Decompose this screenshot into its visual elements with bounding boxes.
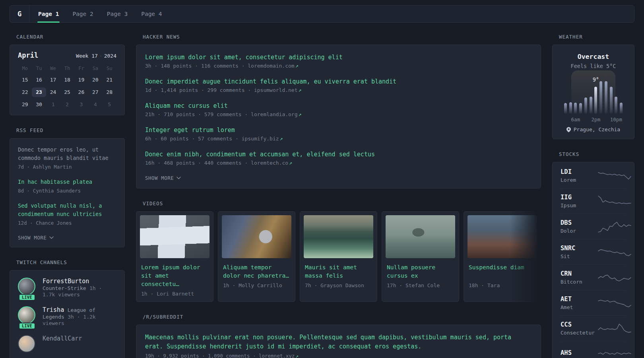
twitch-channel-row[interactable]: LIVE Trisha League of Legends 3h · 1.2k … xyxy=(18,306,116,326)
weather-card: Overcast Feels like 5°C xyxy=(552,45,634,139)
stock-id: AHS xyxy=(561,349,597,358)
twitch-widget: TWITCH CHANNELS LIVE ForrestBurton Count… xyxy=(10,259,125,358)
calendar-day: 18 xyxy=(60,75,74,85)
rss-item[interactable]: Sed volutpat nulla nisl, a condimentum n… xyxy=(18,202,116,226)
subreddit-item[interactable]: Maecenas mollis pulvinar erat non posuer… xyxy=(145,333,532,358)
weather-hour-slot xyxy=(568,81,573,114)
hackernews-item-domain[interactable]: loremdomain.com xyxy=(248,63,294,69)
hackernews-item[interactable]: Donec enim nibh, condimentum et accumsan… xyxy=(145,150,532,166)
hackernews-item-meta: 6h · 60 points · 57 comments · ipsumify.… xyxy=(145,136,532,142)
subreddit-item-domain[interactable]: loremnet.xyz xyxy=(259,353,295,358)
stock-symbol: AHS xyxy=(561,349,597,356)
video-card[interactable]: Lorem ipsum dolor sit amet consectetu… 1… xyxy=(136,211,213,302)
hackernews-item-domain[interactable]: loremlandia.org xyxy=(251,111,297,117)
hackernews-item-domain[interactable]: loremtech.co xyxy=(251,160,288,166)
stock-row[interactable]: CRN Bitcorn -1.00% $66,171.48 xyxy=(561,265,626,290)
weather-feels-like: Feels like 5°C xyxy=(561,63,626,69)
hackernews-item-domain[interactable]: ipsumworld.net xyxy=(254,87,298,93)
videos-carousel[interactable]: Lorem ipsum dolor sit amet consectetu… 1… xyxy=(136,211,541,302)
stock-values: +1.36% $148.64 xyxy=(632,245,644,259)
calendar-day: 29 xyxy=(18,100,32,109)
stock-values: +0.51% $165.84 xyxy=(632,321,644,336)
subreddit-widget: /R/SUBREDDIT Maecenas mollis pulvinar er… xyxy=(136,314,541,358)
stock-id: AET Amet xyxy=(561,296,597,310)
weather-hour-slot: 6am xyxy=(573,81,578,114)
calendar-day: 23 xyxy=(32,88,46,97)
twitch-channel-row[interactable]: LIVE ForrestBurton Counter-Strike 1h · 1… xyxy=(18,278,116,298)
stock-row[interactable]: SNRC Sit +1.36% $148.64 xyxy=(561,239,626,265)
hackernews-item[interactable]: Aliquam nec cursus elit 21h · 710 points… xyxy=(145,101,532,117)
weather-bar xyxy=(569,102,572,114)
rss-item[interactable]: Donec tempor eros leo, ut commodo mauris… xyxy=(18,146,116,170)
hackernews-item-domain[interactable]: ipsumify.biz xyxy=(242,136,279,142)
hackernews-item[interactable]: Donec imperdiet augue tincidunt felis al… xyxy=(145,77,532,93)
stock-row[interactable]: DBS Dolor +1.42% $156.28 xyxy=(561,214,626,239)
weather-hour-tick: 2pm xyxy=(592,117,601,123)
rss-item-headline: In hac habitasse platea xyxy=(18,178,116,186)
video-title: Mauris sit amet massa felis xyxy=(304,263,373,280)
external-link-icon: ↗ xyxy=(289,160,292,166)
weather-bar xyxy=(574,103,577,114)
stock-row[interactable]: IIG Ipsum +2.84% $42.04 xyxy=(561,188,626,214)
video-card[interactable]: Nullam posuere cursus ex 17h · Stefan Co… xyxy=(382,211,459,302)
rss-show-more-button[interactable]: SHOW MORE xyxy=(18,234,54,241)
calendar-weekday-header: Th xyxy=(60,66,74,71)
page-tab[interactable]: Page 1 xyxy=(37,6,60,22)
calendar-day: 5 xyxy=(103,100,116,109)
stock-price: $165.84 xyxy=(632,329,644,336)
twitch-channel-info: KendallCarr xyxy=(43,335,82,352)
twitch-card: LIVE ForrestBurton Counter-Strike 1h · 1… xyxy=(10,270,125,358)
calendar-weekday-header: We xyxy=(46,66,60,71)
stock-id: SNRC Sit xyxy=(561,245,597,259)
video-card[interactable]: Suspendisse diam 18h · Tara xyxy=(464,211,541,302)
videos-widget: VIDEOS Lorem ipsum dolor sit amet consec… xyxy=(136,200,541,302)
stock-sparkline xyxy=(597,346,632,358)
hackernews-item[interactable]: Integer eget rutrum lorem 6h · 60 points… xyxy=(145,126,532,142)
hackernews-item-stats: 3h · 148 points · 116 comments · xyxy=(145,63,248,69)
calendar-week-label: Week 17 xyxy=(76,53,98,59)
stock-values: +0.92% $499.72 xyxy=(632,296,644,310)
videos-title: VIDEOS xyxy=(143,200,541,206)
hackernews-item-stats: 21h · 710 points · 579 comments · xyxy=(145,111,251,117)
weather-condition: Overcast xyxy=(561,53,626,60)
calendar-day: 27 xyxy=(88,88,102,97)
twitch-avatar-wrap: LIVE xyxy=(18,335,36,352)
nav-divider xyxy=(29,6,29,22)
chevron-down-icon xyxy=(49,236,54,239)
twitch-channel-row[interactable]: LIVE KendallCarr xyxy=(18,335,116,352)
hackernews-item-stats: 16h · 468 points · 440 comments · xyxy=(145,160,251,166)
stock-row[interactable]: LDI Lorem +4.35% $795.18 xyxy=(561,163,626,188)
calendar-weekday-header: Su xyxy=(103,66,116,71)
rss-title: RSS FEED xyxy=(16,127,125,133)
weather-hour-slot xyxy=(563,81,568,114)
stocks-card: LDI Lorem +4.35% $795.18 xyxy=(552,162,634,358)
video-card[interactable]: Mauris sit amet massa felis 7h · Grayson… xyxy=(300,211,377,302)
right-column: WEATHER Overcast Feels like 5°C xyxy=(552,34,634,358)
twitch-avatar-wrap: LIVE xyxy=(18,278,36,298)
stock-row[interactable]: AHS +0.46% xyxy=(561,341,626,358)
stock-symbol: LDI xyxy=(561,168,597,175)
weather-hour-tick: 6am xyxy=(571,117,580,123)
video-thumbnail xyxy=(140,215,209,258)
stock-row[interactable]: AET Amet +0.92% $499.72 xyxy=(561,290,626,315)
calendar-year: 2024 xyxy=(104,53,116,59)
rss-item[interactable]: In hac habitasse platea 8d · Cynthia Sau… xyxy=(18,178,116,194)
weather-hour-slot xyxy=(583,81,588,114)
video-card[interactable]: Aliquam tempor dolor nec pharetra… 1h · … xyxy=(218,211,295,302)
rss-item-headline: Sed volutpat nulla nisl, a condimentum n… xyxy=(18,202,116,218)
twitch-channel-info: ForrestBurton Counter-Strike 1h · 1.7k v… xyxy=(43,278,116,298)
hackernews-item-stats: 1d · 1,414 points · 299 comments · xyxy=(145,87,254,93)
calendar-header: April Week 17·2024 xyxy=(18,51,116,59)
logo[interactable]: G xyxy=(10,6,29,22)
stock-change: +0.51% xyxy=(632,321,644,328)
stock-row[interactable]: CCS Consectetur +0.51% $165.84 xyxy=(561,315,626,341)
page-tab[interactable]: Page 2 xyxy=(72,6,94,22)
hackernews-show-more-button[interactable]: SHOW MORE xyxy=(145,174,181,182)
hackernews-item[interactable]: Lorem ipsum dolor sit amet, consectetur … xyxy=(145,53,532,69)
hackernews-item-headline: Lorem ipsum dolor sit amet, consectetur … xyxy=(145,53,532,62)
twitch-channel-game: Counter-Strike xyxy=(43,285,86,291)
page-tab[interactable]: Page 4 xyxy=(140,6,163,22)
page-tab[interactable]: Page 3 xyxy=(106,6,128,22)
video-title: Aliquam tempor dolor nec pharetra… xyxy=(222,263,291,280)
stock-sparkline xyxy=(597,169,632,183)
